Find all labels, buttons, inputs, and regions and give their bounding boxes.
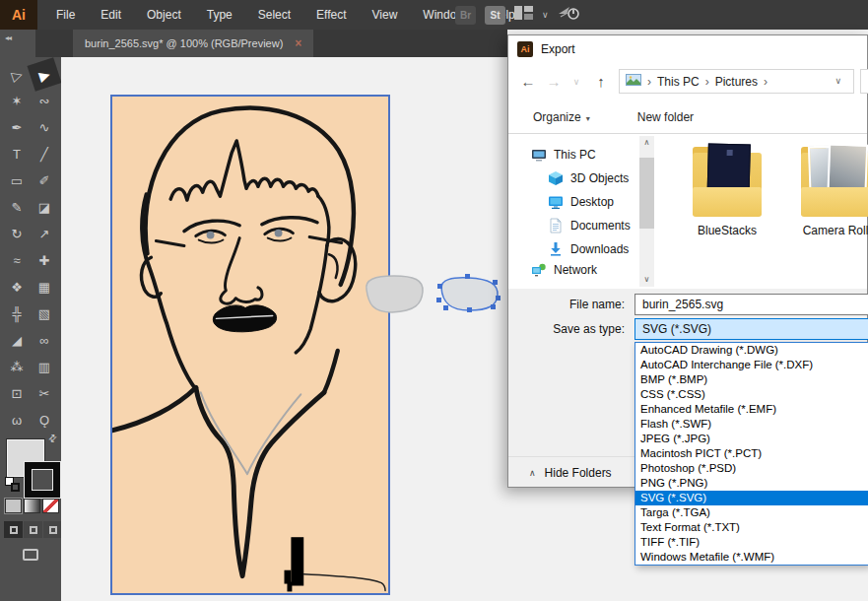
file-type-option[interactable]: Windows Metafile (*.WMF): [635, 550, 868, 565]
file-name-label: File name:: [508, 294, 625, 315]
close-icon[interactable]: ×: [295, 36, 301, 50]
workspace-switcher-icon[interactable]: [514, 6, 533, 24]
pencil-tool[interactable]: ✎: [3, 194, 31, 221]
folder-icon: [799, 144, 868, 221]
new-folder-button[interactable]: New folder: [637, 110, 694, 124]
draw-normal-button[interactable]: [4, 521, 23, 538]
tree-item-3d-objects[interactable]: 3D Objects: [548, 167, 629, 189]
tree-item-desktop[interactable]: Desktop: [548, 191, 614, 213]
gradient-tool[interactable]: ▧: [31, 300, 58, 327]
magic-wand-tool[interactable]: ✶: [3, 88, 31, 114]
menu-file[interactable]: File: [43, 0, 88, 30]
hide-folders-button[interactable]: Hide Folders: [545, 466, 612, 480]
scroll-up-icon[interactable]: ∧: [639, 136, 654, 150]
back-button[interactable]: ←: [516, 62, 540, 100]
forward-button[interactable]: →: [542, 62, 566, 100]
file-type-option[interactable]: JPEG (*.JPG): [635, 432, 868, 446]
mesh-tool[interactable]: ╬: [3, 300, 31, 327]
direct-selection-tool[interactable]: ▶: [28, 57, 62, 91]
slice-tool[interactable]: ✂: [31, 380, 58, 407]
menu-edit[interactable]: Edit: [88, 0, 134, 30]
file-type-option[interactable]: Enhanced Metafile (*.EMF): [635, 402, 868, 417]
file-type-option[interactable]: AutoCAD Interchange File (*.DXF): [635, 358, 868, 372]
file-type-option[interactable]: Text Format (*.TXT): [635, 520, 868, 535]
lens-shapes[interactable]: [361, 272, 508, 317]
folder-icon: [691, 144, 764, 221]
menu-object[interactable]: Object: [134, 0, 194, 30]
gradient-button[interactable]: [24, 499, 40, 513]
curvature-tool[interactable]: ∿: [31, 114, 58, 141]
breadcrumb-chevron-icon[interactable]: ∨: [835, 76, 841, 86]
share-icon[interactable]: [558, 5, 581, 25]
file-type-option[interactable]: BMP (*.BMP): [635, 372, 868, 387]
width-tool[interactable]: ≈: [3, 247, 31, 274]
scrollbar-thumb[interactable]: [639, 158, 654, 229]
rectangle-tool[interactable]: ▭: [3, 167, 31, 194]
scroll-down-icon[interactable]: ∨: [639, 273, 654, 287]
zoom-tool[interactable]: Ǫ: [31, 407, 58, 434]
menu-select[interactable]: Select: [245, 0, 303, 30]
organize-button[interactable]: Organize▾: [533, 110, 590, 124]
pen-tool[interactable]: ✒: [3, 114, 31, 141]
breadcrumb[interactable]: › This PC › Pictures ›: [619, 69, 854, 94]
graph-tool[interactable]: ▥: [31, 354, 58, 380]
menu-view[interactable]: View: [360, 0, 411, 30]
save-as-type-combobox[interactable]: SVG (*.SVG): [634, 318, 868, 340]
shape-builder-tool[interactable]: ❖: [3, 274, 31, 300]
file-type-option[interactable]: SVG (*.SVG): [635, 491, 868, 505]
stroke-swatch[interactable]: [25, 462, 60, 498]
artboard-tool[interactable]: ⊡: [3, 380, 31, 407]
file-type-option[interactable]: Macintosh PICT (*.PCT): [635, 446, 868, 461]
paintbrush-tool[interactable]: ✐: [31, 167, 58, 194]
up-button[interactable]: ↑: [589, 62, 613, 100]
bridge-icon[interactable]: Br: [455, 6, 476, 25]
tree-item-this-pc[interactable]: This PC: [531, 144, 596, 166]
type-tool[interactable]: T: [3, 141, 31, 167]
file-type-option[interactable]: PNG (*.PNG): [635, 476, 868, 491]
scale-tool[interactable]: ↗: [31, 221, 58, 247]
file-type-option[interactable]: TIFF (*.TIF): [635, 535, 868, 550]
dialog-title-bar[interactable]: Ai Export: [508, 35, 867, 62]
screen-mode-button[interactable]: [23, 549, 38, 561]
recent-locations-button[interactable]: ∨: [565, 62, 588, 100]
menu-effect[interactable]: Effect: [303, 0, 359, 30]
stock-icon[interactable]: St: [485, 6, 505, 25]
default-fill-stroke-icon[interactable]: [5, 477, 20, 492]
hand-tool[interactable]: ω: [3, 407, 31, 434]
breadcrumb-this-pc[interactable]: This PC: [657, 75, 700, 89]
file-type-option[interactable]: Photoshop (*.PSD): [635, 461, 868, 476]
menu-type[interactable]: Type: [194, 0, 245, 30]
toolbar-collapse-button[interactable]: ◂◂: [0, 30, 35, 57]
artboard[interactable]: [110, 95, 390, 595]
document-tab[interactable]: burin_2565.svg* @ 100% (RGB/Preview) ×: [73, 30, 313, 57]
color-button[interactable]: [5, 499, 22, 513]
breadcrumb-pictures[interactable]: Pictures: [715, 75, 758, 89]
rotate-tool[interactable]: ↻: [3, 221, 31, 247]
file-name-input[interactable]: burin_2565.svg: [634, 294, 868, 315]
none-button[interactable]: [42, 499, 59, 513]
tree-item-documents[interactable]: Documents: [548, 215, 631, 236]
search-box-clipped[interactable]: [860, 69, 868, 94]
line-segment-tool[interactable]: ╱: [31, 141, 58, 167]
puppet-warp-tool[interactable]: ✚: [31, 247, 58, 274]
tree-scrollbar[interactable]: ∧ ∨: [639, 136, 654, 287]
file-type-option[interactable]: CSS (*.CSS): [635, 387, 868, 402]
tree-item-network[interactable]: Network: [531, 259, 597, 281]
draw-behind-button[interactable]: [24, 521, 42, 538]
folder-tile-camera-roll[interactable]: Camera Roll: [781, 144, 868, 237]
perspective-grid-tool[interactable]: ▦: [31, 274, 58, 300]
folder-tile-bluestacks[interactable]: BlueStacks: [673, 144, 781, 237]
eyedropper-tool[interactable]: ◢: [3, 327, 31, 354]
symbol-sprayer-tool[interactable]: ⁂: [3, 354, 31, 380]
eraser-tool[interactable]: ◪: [31, 194, 58, 221]
blend-tool[interactable]: ∞: [31, 327, 58, 354]
tree-item-downloads[interactable]: Downloads: [548, 238, 629, 260]
file-type-option[interactable]: AutoCAD Drawing (*.DWG): [635, 343, 868, 358]
file-type-dropdown: AutoCAD Drawing (*.DWG)AutoCAD Interchan…: [634, 342, 868, 566]
file-type-option[interactable]: Flash (*.SWF): [635, 417, 868, 432]
chevron-down-icon[interactable]: ∨: [542, 10, 549, 20]
lasso-tool[interactable]: ∾: [31, 88, 58, 114]
file-type-option[interactable]: Targa (*.TGA): [635, 505, 868, 520]
drawing-mode-buttons: [4, 521, 62, 538]
draw-inside-button[interactable]: [43, 521, 62, 538]
